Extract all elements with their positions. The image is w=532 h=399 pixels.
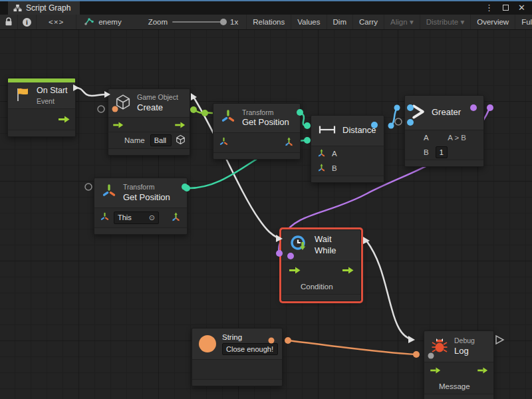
bug-icon xyxy=(431,336,448,357)
flow-out-port[interactable] xyxy=(342,267,354,274)
toolbar: i <×> enemy Zoom 1x Relations Values Dim… xyxy=(0,15,532,30)
flow-out-port[interactable] xyxy=(174,122,186,128)
wire-cap xyxy=(201,110,208,116)
node-get-position-ball[interactable]: Transform Get Position xyxy=(213,103,301,160)
node-title: Get Position xyxy=(123,192,170,203)
fullscreen-button[interactable]: Full Screen xyxy=(515,15,532,29)
maximize-icon[interactable] xyxy=(503,5,509,11)
timer-icon xyxy=(289,234,309,257)
string-value-field[interactable]: Close enough! xyxy=(222,343,278,356)
flow-wire-cap xyxy=(191,93,197,100)
node-footer xyxy=(424,394,493,399)
vector3-input-port-a[interactable] xyxy=(317,148,327,160)
flow-wire-arrowhead xyxy=(408,336,415,343)
graph-hierarchy-icon xyxy=(13,4,22,12)
node-subtitle: Event xyxy=(37,96,68,106)
node-category: Transform xyxy=(242,108,289,117)
flag-icon xyxy=(15,86,31,105)
title-bar: Script Graph ⋮ ✕ xyxy=(0,0,532,15)
code-icon: <×> xyxy=(49,18,64,26)
relations-button[interactable]: Relations xyxy=(247,15,291,29)
target-value-field[interactable]: This ⊙ xyxy=(114,211,159,224)
flow-out-port[interactable] xyxy=(58,116,70,123)
flow-wire-cap xyxy=(363,237,370,244)
kebab-menu-icon[interactable]: ⋮ xyxy=(485,3,493,12)
node-footer xyxy=(311,176,384,182)
code-preview-button[interactable]: <×> xyxy=(37,15,76,29)
distribute-dropdown[interactable]: Distribute ▾ xyxy=(420,15,471,29)
graph-canvas[interactable]: On Start Event Game Object Create xyxy=(0,30,532,399)
node-on-start[interactable]: On Start Event xyxy=(7,78,76,137)
tab-script-graph[interactable]: Script Graph xyxy=(8,1,80,15)
node-get-position-this[interactable]: Transform Get Position This ⊙ xyxy=(94,178,188,235)
wire-onstart-to-create xyxy=(76,88,106,96)
node-title: Get Position xyxy=(242,117,289,128)
flow-in-port[interactable] xyxy=(112,122,124,128)
node-footer xyxy=(108,148,190,155)
node-footer xyxy=(405,160,483,166)
unconnected-port[interactable] xyxy=(98,106,104,112)
gameobject-output-port[interactable] xyxy=(176,134,186,146)
wire-cap xyxy=(394,105,400,111)
distance-icon xyxy=(318,124,336,138)
zoom-slider-handle[interactable] xyxy=(220,19,227,25)
align-label: Align xyxy=(390,18,408,26)
carry-label: Carry xyxy=(359,18,378,26)
window-controls: ⋮ ✕ xyxy=(485,0,532,15)
wire-cap xyxy=(487,104,493,111)
vector3-input-port-b[interactable] xyxy=(317,163,327,174)
node-category: Game Object xyxy=(137,92,178,102)
flow-out-port[interactable] xyxy=(477,367,488,374)
wire-cap xyxy=(285,337,291,344)
chevron-down-icon: ▾ xyxy=(460,17,464,27)
input-a-label: A xyxy=(332,150,337,158)
vector3-output-port[interactable] xyxy=(283,136,295,149)
flow-in-port[interactable] xyxy=(289,267,301,274)
node-create[interactable]: Game Object Create Name Ball xyxy=(108,88,190,156)
unconnected-flow-indicator[interactable] xyxy=(496,336,503,344)
wire-create-to-getposition xyxy=(189,109,213,113)
input-b-value-field[interactable]: 1 xyxy=(436,146,448,159)
info-icon: i xyxy=(23,18,31,27)
lock-button[interactable] xyxy=(0,15,18,29)
input-b-label: B xyxy=(332,164,337,172)
transform-input-port[interactable] xyxy=(100,212,110,223)
node-category: Transform xyxy=(123,182,170,192)
node-distance[interactable]: Distance A B xyxy=(311,115,384,183)
close-icon[interactable]: ✕ xyxy=(518,3,525,12)
flow-in-port[interactable] xyxy=(430,367,441,374)
node-title: Create xyxy=(137,102,178,114)
overview-label: Overview xyxy=(477,18,509,26)
string-literal-icon xyxy=(199,335,216,352)
relations-label: Relations xyxy=(253,18,285,26)
node-debug-log[interactable]: Debug Log Message xyxy=(424,331,494,399)
transform-input-port[interactable] xyxy=(219,137,229,148)
inspect-button[interactable]: i xyxy=(18,15,37,29)
node-wait-while[interactable]: Wait While Condition xyxy=(281,229,361,301)
node-greater[interactable]: Greater A A > B B 1 xyxy=(404,95,484,167)
overview-button[interactable]: Overview xyxy=(471,15,515,29)
align-dropdown[interactable]: Align ▾ xyxy=(384,15,420,29)
greater-than-icon xyxy=(411,104,426,122)
unconnected-port[interactable] xyxy=(85,184,92,190)
dim-button[interactable]: Dim xyxy=(327,15,353,29)
values-button[interactable]: Values xyxy=(291,15,327,29)
zoom-slider[interactable] xyxy=(172,21,225,23)
condition-input-label: Condition xyxy=(301,283,333,291)
node-footer xyxy=(192,379,282,386)
node-title: Distance xyxy=(342,125,376,136)
wire-cap xyxy=(388,123,394,129)
transform-icon xyxy=(220,109,236,128)
graph-name[interactable]: enemy xyxy=(98,18,122,26)
unconnected-port[interactable] xyxy=(395,118,402,125)
wire-string-to-message xyxy=(288,340,416,354)
input-a-label: A xyxy=(424,134,429,142)
node-string[interactable]: String Close enough! xyxy=(192,328,283,386)
name-value-field[interactable]: Ball xyxy=(150,134,172,147)
script-graph-asset-icon xyxy=(84,17,94,27)
wire-cap xyxy=(304,137,311,144)
object-picker-icon[interactable]: ⊙ xyxy=(149,213,155,223)
node-footer xyxy=(213,152,300,159)
carry-button[interactable]: Carry xyxy=(353,15,384,29)
vector3-output-port[interactable] xyxy=(170,211,182,224)
